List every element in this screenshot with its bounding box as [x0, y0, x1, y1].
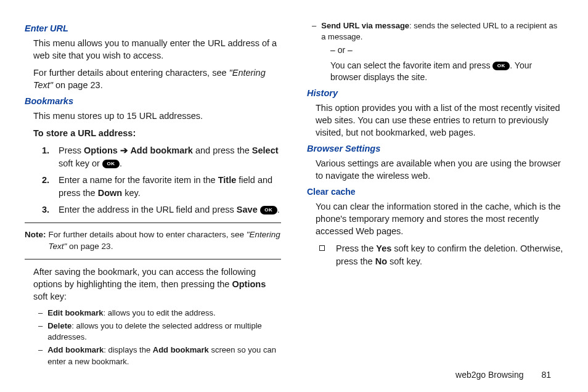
list-item: – Edit bookmark: allows you to edit the … [38, 308, 281, 319]
square-bullet-icon [319, 245, 325, 251]
step-2: 2. Enter a name for the favorite item in… [38, 174, 281, 200]
txt: For further details about how to enter c… [49, 230, 247, 239]
txt: For further details about entering chara… [33, 68, 229, 78]
page-content: Enter URL This menu allows you to manual… [0, 0, 588, 385]
step-number: 3. [38, 203, 49, 216]
step-number: 1. [38, 144, 49, 170]
list-item: Press the Yes soft key to confirm the de… [319, 242, 563, 267]
steps-list: 1. Press Options ➔ Add bookmark and pres… [38, 144, 281, 216]
enter-url-desc: This menu allows you to manually enter t… [33, 37, 281, 62]
left-column: Enter URL This menu allows you to manual… [25, 18, 281, 369]
txt: . [277, 205, 280, 214]
txt: . [120, 158, 122, 168]
ok-key-icon: OK [492, 62, 510, 70]
step-number: 2. [38, 174, 49, 200]
txt: After saving the bookmark, you can acces… [33, 267, 256, 289]
clear-cache-desc: You can clear the information stored in … [316, 200, 563, 237]
yes-key: Yes [376, 243, 391, 253]
txt: : allows you to delete the selected addr… [47, 321, 262, 341]
txt: Press the [336, 243, 376, 253]
txt: Enter a name for the favorite item in th… [59, 175, 218, 185]
title-field: Title [218, 175, 237, 185]
dash-icon: – [38, 345, 43, 367]
heading-browser-settings: Browser Settings [307, 144, 563, 153]
options-add-bookmark: Options ➔ Add bookmark [84, 145, 193, 155]
item-text: Add bookmark: displays the Add bookmark … [47, 345, 281, 367]
dash-icon: – [38, 321, 43, 343]
txt: on page 23. [67, 242, 113, 251]
note-text: For further details about how to enter c… [49, 229, 282, 253]
txt: on page 23. [53, 80, 103, 90]
step-1: 1. Press Options ➔ Add bookmark and pres… [38, 144, 281, 170]
heading-bookmarks: Bookmarks [25, 96, 281, 106]
or-divider: – or – [330, 44, 563, 56]
step-3: 3. Enter the address in the URL field an… [38, 203, 281, 216]
txt: key. [122, 188, 141, 198]
dash-icon: – [38, 308, 43, 319]
txt: soft key: [33, 292, 67, 301]
history-desc: This option provides you with a list of … [316, 102, 563, 139]
txt: : displays the [104, 345, 153, 354]
browser-settings-desc: Various settings are available when you … [316, 157, 563, 182]
favorite-press: You can select the favorite item and pre… [330, 60, 563, 84]
dash-list: – Edit bookmark: allows you to edit the … [38, 308, 281, 367]
txt: Enter the address in the URL field and p… [59, 205, 237, 214]
step-text: Press Options ➔ Add bookmark and press t… [59, 144, 281, 170]
step-text: Enter a name for the favorite item in th… [59, 174, 281, 200]
divider [25, 223, 281, 223]
list-item: – Send URL via message: sends the select… [312, 20, 563, 43]
send-url: Send URL via message [321, 21, 409, 30]
txt: You can select the favorite item and pre… [330, 60, 492, 70]
save-key: Save [237, 205, 258, 214]
to-store-heading: To store a URL address: [33, 127, 281, 139]
heading-clear-cache: Clear cache [307, 187, 563, 197]
enter-url-ref: For further details about entering chara… [33, 67, 281, 91]
edit-bookmark: Edit bookmark [47, 308, 103, 317]
page-footer: web2go Browsing 81 [455, 370, 551, 380]
add-bookmark-screen: Add bookmark [153, 345, 209, 354]
ok-key-icon: OK [260, 206, 277, 214]
page-number: 81 [541, 370, 551, 380]
step-text: Enter the address in the URL field and p… [59, 203, 280, 216]
item-text: Press the Yes soft key to confirm the de… [336, 242, 563, 267]
dash-list-cont: – Send URL via message: sends the select… [312, 20, 563, 43]
right-column: – Send URL via message: sends the select… [307, 18, 563, 369]
bookmarks-desc: This menu stores up to 15 URL addresses. [33, 110, 281, 122]
heading-history: History [307, 88, 563, 98]
bullet-list: Press the Yes soft key to confirm the de… [319, 242, 563, 267]
txt: soft key or [59, 158, 102, 168]
ok-key-icon: OK [102, 160, 120, 168]
note-block: Note: For further details about how to e… [25, 229, 281, 253]
item-text: Delete: allows you to delete the selecte… [47, 321, 281, 343]
no-key: No [375, 256, 387, 266]
item-text: Edit bookmark: allows you to edit the ad… [47, 308, 215, 319]
txt: soft key. [387, 256, 422, 266]
options-key: Options [232, 279, 266, 289]
dash-icon: – [312, 20, 316, 43]
down-key: Down [98, 188, 122, 198]
sub-block: – or – You can select the favorite item … [330, 44, 563, 83]
txt: Press [59, 145, 84, 155]
item-text: Send URL via message: sends the selected… [321, 20, 563, 43]
txt: and press the [193, 145, 252, 155]
select-key: Select [252, 145, 279, 155]
after-save-text: After saving the bookmark, you can acces… [33, 266, 281, 303]
divider [25, 259, 281, 259]
list-item: – Add bookmark: displays the Add bookmar… [38, 345, 281, 367]
txt: : allows you to edit the address. [104, 308, 216, 317]
add-bookmark: Add bookmark [47, 345, 104, 354]
list-item: – Delete: allows you to delete the selec… [38, 321, 281, 343]
footer-title: web2go Browsing [455, 370, 524, 380]
heading-enter-url: Enter URL [25, 23, 281, 33]
note-label: Note: [25, 229, 46, 253]
delete: Delete [47, 321, 71, 330]
